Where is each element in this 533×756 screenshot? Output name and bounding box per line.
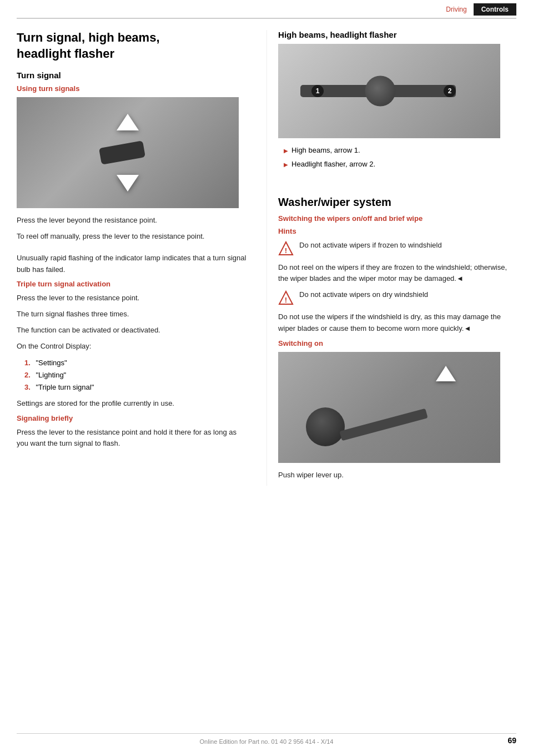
triple-para3: The function can be activated or deactiv… [17,325,250,336]
arrow-list-item: ▶ High beams, arrow 1. [284,145,516,157]
turn-signal-image [17,97,239,208]
list-item: 3. "Triple turn signal" [22,381,250,394]
left-column: Turn signal, high beams, headlight flash… [17,30,266,486]
wiper-image [278,352,500,463]
triple-para4: On the Control Display: [17,341,250,352]
turn-signal-heading: Turn signal [17,70,250,80]
using-turn-signals-heading: Using turn signals [17,84,250,93]
page-number: 69 [507,736,516,745]
svg-text:!: ! [285,246,287,255]
warning2-text: Do not activate wipers on dry windshield [299,289,516,300]
list-num-3: 3. [24,383,31,391]
switching-wipers-heading: Switching the wipers on/off and brief wi… [278,214,516,223]
triple-para5: Settings are stored for the profile curr… [17,398,250,410]
warning-box-1: ! Do not activate wipers if frozen to wi… [278,240,516,256]
triple-para2: The turn signal flashes three times. [17,309,250,320]
high-beams-heading: High beams, headlight flasher [278,30,516,39]
list-item: 2. "Lighting" [22,369,250,381]
wiper-knob-shape [306,407,345,446]
page-header: Driving Controls [17,0,516,19]
para3: Unusually rapid flashing of the indicato… [17,253,250,276]
svg-text:!: ! [285,296,287,304]
warning1-body: Do not reel on the wipers if they are fr… [278,262,516,285]
warning-triangle-icon: ! [278,241,294,256]
high-beams-arrow-list: ▶ High beams, arrow 1. ▶ Headlight flash… [284,145,516,170]
right-column: High beams, headlight flasher 1 2 ▶ High… [266,30,516,486]
hbeam-label-1: 1 [311,85,324,97]
list-item: 1. "Settings" [22,357,250,369]
wiper-arrow-up-icon [436,366,456,381]
signaling-briefly-heading: Signaling briefly [17,414,250,422]
warning-triangle-icon-2: ! [278,290,294,306]
hbeam-label-2: 2 [444,85,456,97]
header-controls-label: Controls [474,3,516,16]
arrow-down-icon [117,175,139,191]
stalk-knob [365,76,396,107]
switching-on-caption: Push wiper lever up. [278,470,516,481]
para1: Press the lever beyond the resistance po… [17,215,250,226]
para2: To reel off manually, press the lever to… [17,231,250,243]
switching-on-heading: Switching on [278,339,516,347]
page-title: Turn signal, high beams, headlight flash… [17,30,250,62]
list-num-1: 1. [24,359,31,367]
triple-para1: Press the lever to the resistance point. [17,293,250,304]
triple-heading: Triple turn signal activation [17,280,250,288]
list-num-2: 2. [24,371,31,379]
wiper-stalk-shape [340,408,428,441]
header-driving-label: Driving [439,3,473,16]
warning2-body: Do not use the wipers if the windshield … [278,311,516,335]
warning1-text: Do not activate wipers if frozen to wind… [299,240,516,251]
arrow-up-icon [117,114,139,130]
main-content: Turn signal, high beams, headlight flash… [0,30,533,486]
warning-box-2: ! Do not activate wipers on dry windshie… [278,289,516,306]
signaling-para: Press the lever to the resistance point … [17,427,250,450]
arrow-list-item: ▶ Headlight flasher, arrow 2. [284,159,516,170]
settings-list: 1. "Settings" 2. "Lighting" 3. "Triple t… [22,357,250,394]
arrow-bullet-icon: ▶ [284,147,288,155]
high-beams-image: 1 2 [278,44,500,138]
page-footer: Online Edition for Part no. 01 40 2 956 … [17,733,516,745]
arrow-bullet-icon: ▶ [284,160,288,169]
footer-text: Online Edition for Part no. 01 40 2 956 … [200,738,334,745]
hints-heading: Hints [278,227,516,235]
stalk-shape [99,140,145,164]
washer-wiper-title: Washer/wiper system [278,196,516,209]
